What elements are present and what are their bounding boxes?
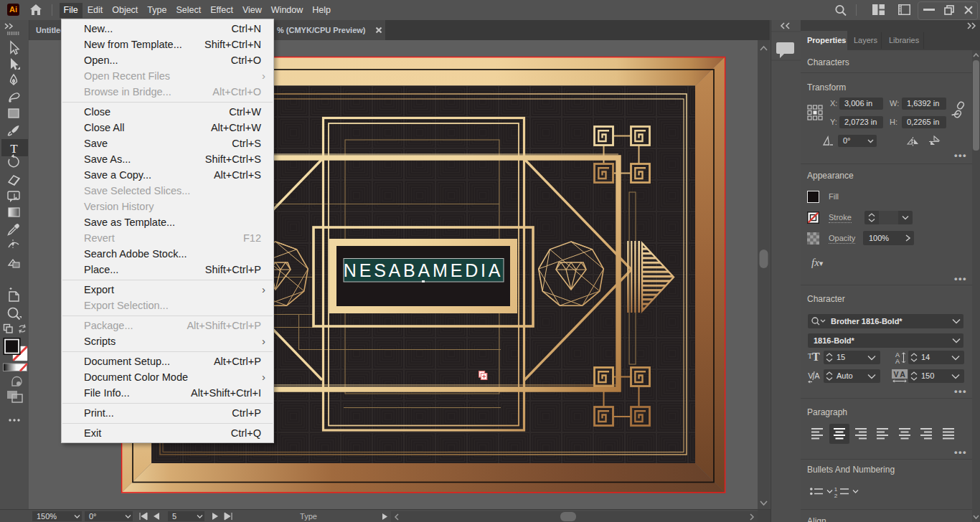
svg-text:A: A xyxy=(814,371,820,380)
svg-text:T: T xyxy=(10,142,18,156)
svg-text:A: A xyxy=(900,370,905,379)
svg-text:2: 2 xyxy=(834,493,838,498)
svg-text:A: A xyxy=(895,358,900,365)
svg-text:NESABAMEDIA: NESABAMEDIA xyxy=(344,260,503,280)
svg-text:V: V xyxy=(893,370,898,379)
